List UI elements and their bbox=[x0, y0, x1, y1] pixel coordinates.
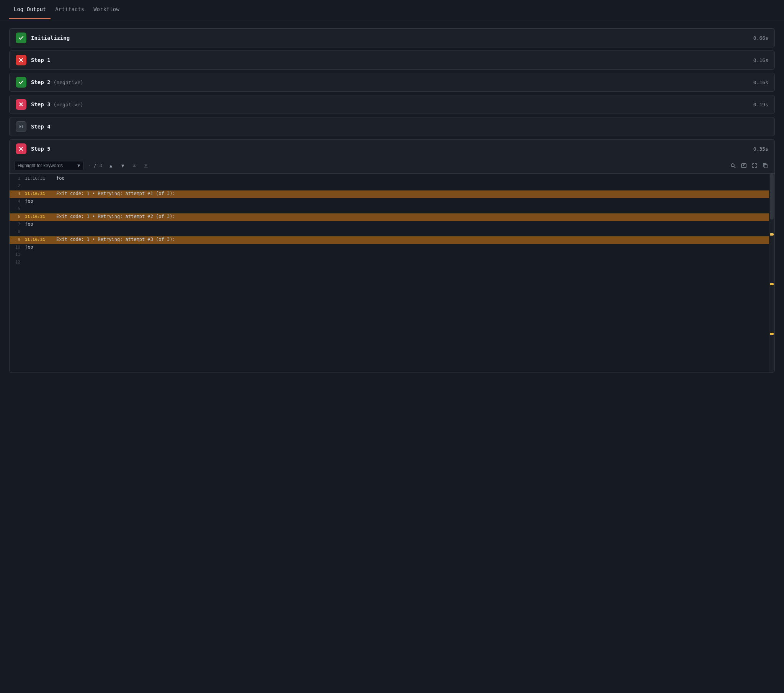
step-time-step1: 0.16s bbox=[753, 57, 768, 63]
nav-down-button[interactable]: ▼ bbox=[118, 162, 127, 170]
svg-marker-4 bbox=[144, 164, 147, 167]
step-icon-skip-4 bbox=[16, 121, 26, 132]
log-line-text: foo bbox=[25, 222, 33, 227]
step-name-step1: Step 1 bbox=[31, 57, 51, 63]
log-line: 10foo bbox=[10, 244, 774, 252]
log-line-time: 11:16:31 bbox=[25, 214, 52, 219]
log-line-number: 5 bbox=[10, 206, 25, 211]
tab-log-output[interactable]: Log Output bbox=[9, 0, 51, 19]
log-line: 2 bbox=[10, 183, 774, 190]
log-line: 311:16:31Exit code: 1 • Retrying: attemp… bbox=[10, 190, 774, 198]
log-line-number: 6 bbox=[10, 214, 25, 219]
log-line: 12 bbox=[10, 259, 774, 267]
app-container: Log Output Artifacts Workflow Initializi… bbox=[0, 0, 784, 693]
log-line-text: Exit code: 1 • Retrying: attempt #1 (of … bbox=[56, 191, 175, 196]
step-time-step2: 0.16s bbox=[753, 80, 768, 85]
step-icon-success bbox=[16, 33, 26, 43]
step-name-step4: Step 4 bbox=[31, 123, 51, 130]
log-line-number: 4 bbox=[10, 199, 25, 204]
svg-line-7 bbox=[734, 167, 736, 168]
log-line: 8 bbox=[10, 229, 774, 236]
tab-workflow[interactable]: Workflow bbox=[89, 0, 124, 19]
log-line: 11 bbox=[10, 252, 774, 259]
log-scrollbar[interactable] bbox=[769, 174, 774, 373]
nav-up-button[interactable]: ▲ bbox=[106, 162, 115, 170]
log-line: 5 bbox=[10, 206, 774, 213]
log-line-text: Exit code: 1 • Retrying: attempt #3 (of … bbox=[56, 237, 175, 242]
scroll-marker-3 bbox=[770, 333, 774, 335]
svg-marker-3 bbox=[133, 164, 136, 167]
step-time-step3: 0.19s bbox=[753, 102, 768, 107]
step-row-step5[interactable]: Step 5 0.35s bbox=[9, 139, 775, 158]
step-name-step2: Step 2 bbox=[31, 79, 51, 85]
step-icon-failure-3 bbox=[16, 99, 26, 110]
step-label-step3: (negative) bbox=[54, 102, 84, 107]
step-time-initializing: 0.66s bbox=[753, 35, 768, 41]
keyword-input-wrapper[interactable]: ▼ bbox=[14, 161, 84, 170]
tab-artifacts[interactable]: Artifacts bbox=[51, 0, 89, 19]
step-icon-success-2 bbox=[16, 77, 26, 87]
log-lines-container[interactable]: 111:16:31foo2311:16:31Exit code: 1 • Ret… bbox=[10, 174, 774, 373]
log-line-text: foo bbox=[25, 245, 33, 250]
svg-rect-11 bbox=[764, 164, 767, 168]
wrap-button[interactable] bbox=[739, 162, 748, 169]
scroll-thumb[interactable] bbox=[770, 174, 774, 220]
log-container: ▼ - / 3 ▲ ▼ bbox=[9, 158, 775, 373]
step-time-step5: 0.35s bbox=[753, 146, 768, 152]
step-name-step5: Step 5 bbox=[31, 146, 51, 152]
log-line-time: 11:16:31 bbox=[25, 176, 52, 181]
log-line-number: 3 bbox=[10, 191, 25, 196]
svg-rect-5 bbox=[144, 167, 148, 168]
search-button[interactable] bbox=[728, 162, 738, 169]
toolbar-right-actions bbox=[728, 162, 770, 169]
svg-point-6 bbox=[731, 164, 734, 167]
svg-rect-1 bbox=[22, 125, 23, 128]
step-icon-failure-1 bbox=[16, 55, 26, 66]
log-line-number: 10 bbox=[10, 245, 25, 250]
filter-icon: ▼ bbox=[77, 163, 80, 168]
log-line-number: 9 bbox=[10, 237, 25, 242]
log-line-text: foo bbox=[25, 199, 33, 204]
log-line-time: 11:16:31 bbox=[25, 237, 52, 242]
log-line: 4foo bbox=[10, 198, 774, 206]
step-row-step1[interactable]: Step 1 0.16s bbox=[9, 51, 775, 70]
step-row-step3[interactable]: Step 3 (negative) 0.19s bbox=[9, 95, 775, 114]
log-line-number: 7 bbox=[10, 222, 25, 227]
svg-rect-2 bbox=[132, 164, 136, 164]
log-line: 111:16:31foo bbox=[10, 175, 774, 183]
main-content: Initializing 0.66s Step 1 0.16s Step 2 (… bbox=[0, 19, 784, 385]
log-line-text: foo bbox=[56, 176, 65, 181]
log-line: 611:16:31Exit code: 1 • Retrying: attemp… bbox=[10, 213, 774, 221]
copy-button[interactable] bbox=[761, 162, 770, 169]
step-icon-failure-5 bbox=[16, 143, 26, 154]
fullscreen-button[interactable] bbox=[750, 162, 759, 169]
log-line-number: 8 bbox=[10, 229, 25, 234]
log-scroll-area[interactable]: 111:16:31foo2311:16:31Exit code: 1 • Ret… bbox=[10, 174, 774, 373]
log-line-number: 1 bbox=[10, 176, 25, 181]
step-row-initializing[interactable]: Initializing 0.66s bbox=[9, 28, 775, 48]
log-toolbar: ▼ - / 3 ▲ ▼ bbox=[10, 158, 774, 174]
step-row-step2[interactable]: Step 2 (negative) 0.16s bbox=[9, 73, 775, 92]
svg-marker-0 bbox=[20, 125, 21, 128]
scroll-marker-1 bbox=[770, 233, 774, 236]
scroll-marker-2 bbox=[770, 283, 774, 285]
log-line-time: 11:16:31 bbox=[25, 191, 52, 196]
log-line: 911:16:31Exit code: 1 • Retrying: attemp… bbox=[10, 236, 774, 244]
nav-bottom-button[interactable] bbox=[142, 162, 150, 169]
nav-counter: - / 3 bbox=[87, 163, 103, 168]
step-label-step2: (negative) bbox=[54, 80, 84, 85]
nav-top-button[interactable] bbox=[130, 162, 138, 169]
step-name-initializing: Initializing bbox=[31, 35, 70, 41]
keyword-input[interactable] bbox=[18, 163, 75, 168]
step-row-step4[interactable]: Step 4 bbox=[9, 117, 775, 136]
log-line-number: 11 bbox=[10, 252, 25, 257]
step-name-step3: Step 3 bbox=[31, 101, 51, 107]
log-line: 7foo bbox=[10, 221, 774, 229]
log-line-number: 2 bbox=[10, 183, 25, 188]
log-line-text: Exit code: 1 • Retrying: attempt #2 (of … bbox=[56, 214, 175, 219]
log-line-number: 12 bbox=[10, 260, 25, 264]
tab-bar: Log Output Artifacts Workflow bbox=[0, 0, 784, 19]
